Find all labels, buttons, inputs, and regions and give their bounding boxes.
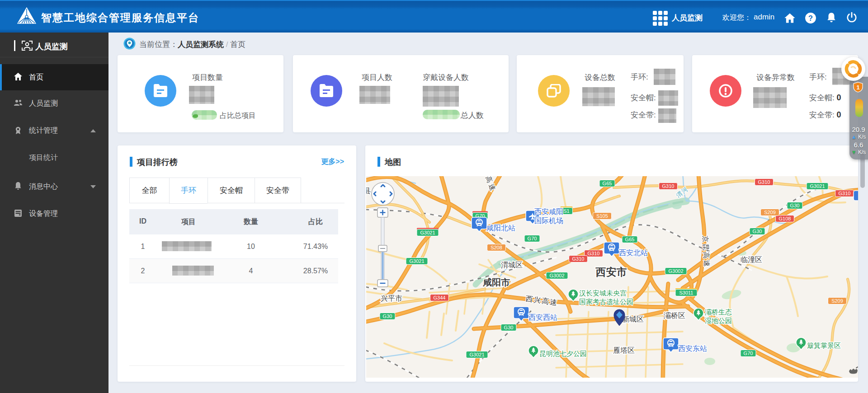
svg-text:渭城区: 渭城区 — [501, 261, 523, 269]
svg-text:临潼区: 临潼区 — [741, 256, 762, 263]
svg-text:G310: G310 — [839, 191, 851, 196]
svg-text:汉长安城未央宫: 汉长安城未央宫 — [579, 289, 627, 297]
svg-text:簸箕掌景区: 簸箕掌景区 — [807, 342, 841, 349]
svg-text:G30: G30 — [383, 313, 392, 319]
svg-text:G70: G70 — [744, 351, 753, 356]
svg-text:新城区: 新城区 — [622, 315, 644, 323]
svg-text:?: ? — [808, 14, 813, 22]
svg-text:G30: G30 — [504, 325, 514, 330]
svg-text:S209: S209 — [764, 210, 776, 215]
svg-text:灞桥区: 灞桥区 — [664, 312, 685, 319]
svg-text:G3021: G3021 — [810, 183, 825, 189]
svg-text:S105: S105 — [596, 213, 608, 219]
svg-text:咸阳北站: 咸阳北站 — [486, 224, 515, 232]
svg-text:G3021: G3021 — [469, 352, 484, 357]
svg-text:咸阳市: 咸阳市 — [482, 277, 510, 287]
svg-text:西安东站: 西安东站 — [678, 345, 707, 352]
svg-text:G3002: G3002 — [549, 273, 564, 278]
svg-text:G310: G310 — [662, 183, 675, 189]
svg-text:G344: G344 — [434, 295, 446, 300]
svg-text:西安西站: 西安西站 — [528, 313, 557, 321]
svg-text:G3002: G3002 — [668, 268, 683, 274]
svg-text:G30: G30 — [753, 229, 762, 234]
svg-text:昆明池七夕公园: 昆明池七夕公园 — [539, 350, 587, 357]
svg-text:湿地公园: 湿地公园 — [705, 317, 732, 324]
svg-text:县: 县 — [366, 187, 371, 195]
svg-text:灞桥生态: 灞桥生态 — [705, 308, 732, 316]
svg-text:S3011: S3011 — [679, 290, 693, 295]
svg-text:G70: G70 — [528, 236, 537, 241]
svg-text:西安咸阳: 西安咸阳 — [534, 208, 563, 215]
svg-text:G65: G65 — [603, 181, 612, 186]
svg-text:国家考古遗址公园: 国家考古遗址公园 — [579, 298, 633, 305]
svg-text:西安北站: 西安北站 — [619, 249, 648, 257]
svg-text:S208: S208 — [491, 245, 502, 250]
svg-text:S1: S1 — [563, 208, 569, 214]
svg-text:雁塔区: 雁塔区 — [613, 346, 635, 354]
svg-text:1: 1 — [856, 84, 859, 91]
svg-text:G30: G30 — [790, 203, 800, 208]
svg-text:G310: G310 — [588, 251, 600, 256]
svg-text:G310: G310 — [758, 179, 770, 185]
svg-text:兴平市: 兴平市 — [381, 295, 402, 302]
svg-text:国际机场: 国际机场 — [534, 217, 563, 225]
svg-text:G65: G65 — [625, 237, 635, 242]
svg-text:G310: G310 — [572, 256, 585, 262]
svg-text:G3021: G3021 — [420, 230, 435, 235]
svg-text:G108: G108 — [779, 216, 791, 221]
svg-text:西安市: 西安市 — [595, 266, 627, 278]
svg-text:G3021: G3021 — [409, 258, 424, 264]
svg-text:S209: S209 — [831, 298, 843, 304]
